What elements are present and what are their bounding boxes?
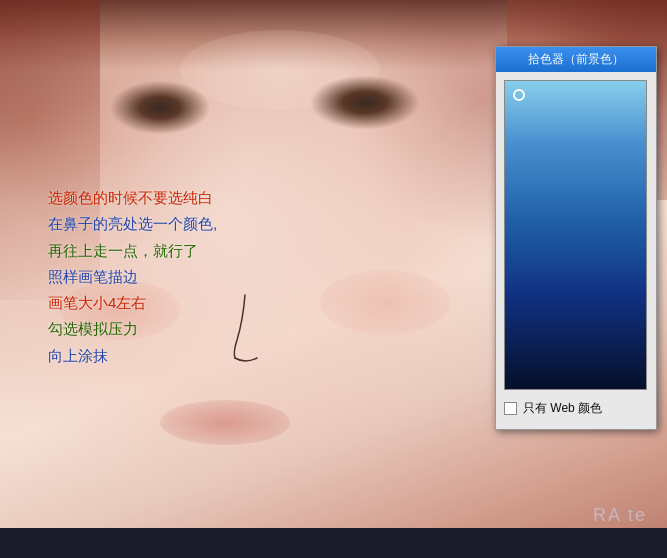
color-picker-title: 拾色器（前景色）	[528, 52, 624, 66]
ra-te-text: RA te	[593, 505, 647, 526]
instruction-line-3: 再往上走一点，就行了	[48, 238, 217, 264]
eye-left	[110, 80, 210, 135]
instruction-line-1: 选颜色的时候不要选纯白	[48, 185, 217, 211]
color-gradient-square[interactable]	[504, 80, 647, 390]
lip-area	[160, 400, 290, 445]
instruction-line-5: 画笔大小4左右	[48, 290, 217, 316]
web-colors-row: 只有 Web 颜色	[504, 396, 648, 421]
web-colors-checkbox[interactable]	[504, 402, 517, 415]
color-indicator	[513, 89, 525, 101]
color-picker-titlebar: 拾色器（前景色）	[496, 47, 656, 72]
instruction-line-7: 向上涂抹	[48, 343, 217, 369]
nose-line-drawing	[215, 290, 275, 370]
color-picker-panel: 拾色器（前景色） 只有 Web 颜色	[495, 46, 657, 430]
cheek-right	[320, 270, 450, 335]
color-picker-body: 只有 Web 颜色	[496, 72, 656, 429]
instruction-text-block: 选颜色的时候不要选纯白 在鼻子的亮处选一个颜色, 再往上走一点，就行了 照样画笔…	[48, 185, 217, 369]
web-colors-label: 只有 Web 颜色	[523, 400, 602, 417]
instruction-line-4: 照样画笔描边	[48, 264, 217, 290]
instruction-line-2: 在鼻子的亮处选一个颜色,	[48, 211, 217, 237]
bottom-bar	[0, 528, 667, 558]
eye-right	[310, 75, 420, 130]
instruction-line-6: 勾选模拟压力	[48, 316, 217, 342]
